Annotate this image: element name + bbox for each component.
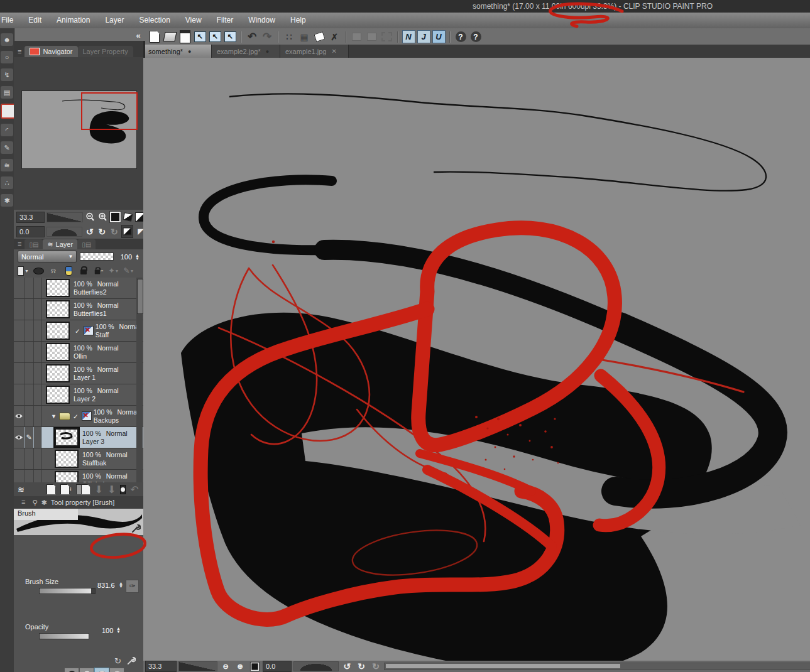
scrollbar-thumb[interactable] [386,664,620,668]
visibility-cell[interactable] [14,320,25,341]
layer-thumbnail[interactable] [46,300,70,318]
brush-tool-icon[interactable]: ≋ [1,159,13,171]
frame-icon[interactable] [380,30,393,43]
brush-size-value[interactable]: 831.6 [97,582,115,589]
layer-row-staffbak[interactable]: 100 %NormalStaffbak [14,448,143,470]
opacity-value[interactable]: 100 [102,627,113,634]
save-icon[interactable] [178,30,192,43]
wrench-icon[interactable] [131,524,141,534]
scrollbar-thumb[interactable] [137,279,143,314]
menu-window[interactable]: Window [241,13,283,28]
check-icon[interactable]: ✓ [73,413,79,420]
help-icon[interactable]: ? [454,30,468,43]
folder-expand-icon[interactable]: ▼ [51,413,57,420]
snap-to-grid-icon[interactable]: U [432,30,446,43]
collapse-panel-button[interactable]: « [133,30,143,41]
operation-tool-icon[interactable]: ☻ [1,33,13,46]
fill-icon[interactable] [312,30,326,43]
zoom-tool-icon[interactable]: ○ [1,51,13,63]
visibility-cell[interactable] [14,278,25,298]
visibility-cell[interactable] [14,470,25,482]
open-file-icon[interactable] [163,30,177,43]
layer-thumbnail[interactable] [55,471,79,482]
visibility-cell[interactable] [14,406,25,426]
crop-icon-2[interactable] [364,30,378,43]
layer-thumbnail[interactable] [55,450,79,468]
tab-something[interactable]: something* ● [143,45,212,58]
duplicate-layer-icon[interactable] [76,484,90,495]
menu-animation[interactable]: Animation [49,13,97,28]
curve-tool-icon[interactable]: ◜ [1,124,13,136]
merge-down-icon[interactable]: ⬇ [107,484,116,496]
visibility-cell[interactable] [14,427,25,448]
visibility-cell[interactable] [14,363,25,384]
check-icon[interactable]: ✓ [75,327,80,335]
layer-opacity-value[interactable]: 100 [121,253,132,261]
copy-selection-icon[interactable]: ↖ [208,30,222,43]
flip-view-icon[interactable] [123,211,133,223]
visibility-cell[interactable] [14,342,25,362]
panel-menu-icon[interactable]: ≡ [18,498,28,507]
rotate-value[interactable]: 0.0 [16,226,45,237]
animation-tool-icon[interactable]: ▤ [1,86,13,99]
draft-layer-icon[interactable]: ⍾ [48,266,59,276]
status-zoom-slider[interactable] [178,661,217,671]
status-zoom-out-icon[interactable]: ⊖ [219,661,232,672]
layer-row-butterflies1[interactable]: 100 %NormalButterflies1 [14,299,143,320]
tab-layer-property[interactable]: Layer Property [78,46,133,57]
layer-row-layer2[interactable]: 100 %NormalLayer 2 [14,384,143,406]
rotate-left-icon[interactable]: ↺ [84,225,95,237]
menu-layer[interactable]: Layer [97,13,131,28]
decoration-tool-icon[interactable]: ✱ [1,194,13,207]
move-tool-icon[interactable]: ↯ [1,68,13,81]
layer-row-layer3[interactable]: ✎ 100 %NormalLayer 3 [14,427,143,448]
snap-to-special-ruler-icon[interactable]: J [417,30,430,43]
layer-row-staff[interactable]: ✓ 100 %NormalStaff [14,320,143,342]
rotate-right-icon[interactable]: ↻ [97,225,107,237]
airbrush-tool-icon[interactable]: ∴ [1,176,13,189]
cut-selection-icon[interactable]: ↖ [193,30,207,43]
navigator-canvas-thumbnail[interactable] [21,90,137,169]
new-folder-icon[interactable]: ▣ [60,484,72,495]
enable-mask-icon[interactable]: ✦▼ [108,266,119,276]
layer-row-backups-folder[interactable]: ▼ ✓ 100 %NormalBackups [14,406,143,427]
layer-list-scrollbar[interactable] [136,278,143,482]
pen-pressure-icon[interactable]: ✑ [126,580,139,593]
lock-layer-icon[interactable] [78,266,89,276]
tab-navigator[interactable]: Navigator [25,46,77,57]
visibility-cell[interactable] [14,448,25,469]
layer-thumbnail[interactable] [46,386,70,404]
new-layer-icon[interactable] [47,484,56,495]
ruler-icon[interactable]: ✎▼ [123,266,134,276]
aa-strong-button[interactable] [109,668,124,672]
tab-example2[interactable]: example2.jpg* ● [212,45,280,58]
help-icon-2[interactable]: ? [469,30,483,43]
zoom-out-icon[interactable] [85,211,96,223]
tab-example1[interactable]: example1.jpg ✕ [280,45,349,58]
blend-mode-dropdown[interactable]: Normal ▼ [18,251,77,263]
layer-thumbnail[interactable] [46,322,70,340]
transform-icon[interactable]: ✗ [327,30,341,43]
deselect-icon[interactable]: ∷ [282,30,296,43]
layer-row-layer1[interactable]: 100 %NormalLayer 1 [14,363,143,384]
opacity-slider[interactable] [39,633,89,639]
menu-selection[interactable]: Selection [131,13,177,28]
tab-layer-alt2[interactable]: ▯▤ [77,239,96,249]
reset-tool-icon[interactable]: ↻ [114,656,121,666]
paste-selection-icon[interactable]: ↖ [223,30,237,43]
layer-opacity-spinner[interactable]: ▲▼ [135,254,140,260]
menu-filter[interactable]: Filter [209,13,241,28]
visibility-cell[interactable] [14,384,25,405]
pin-icon[interactable] [63,266,74,276]
zoom-in-icon[interactable] [97,211,108,223]
status-rotate-left-icon[interactable]: ↺ [341,661,353,672]
status-zoom-in-icon[interactable]: ⊕ [234,661,246,672]
navigator-view-rectangle[interactable] [81,92,138,130]
wrench-settings-icon[interactable] [126,656,136,666]
aa-middle-button[interactable] [94,668,109,672]
panel-menu-icon[interactable]: ≡ [14,48,25,57]
reset-rotation-icon[interactable]: ↻ [109,225,120,237]
visibility-cell[interactable] [14,299,25,320]
opacity-spinner[interactable]: ▲▼ [116,627,121,633]
redo-icon[interactable]: ↷ [260,30,274,43]
